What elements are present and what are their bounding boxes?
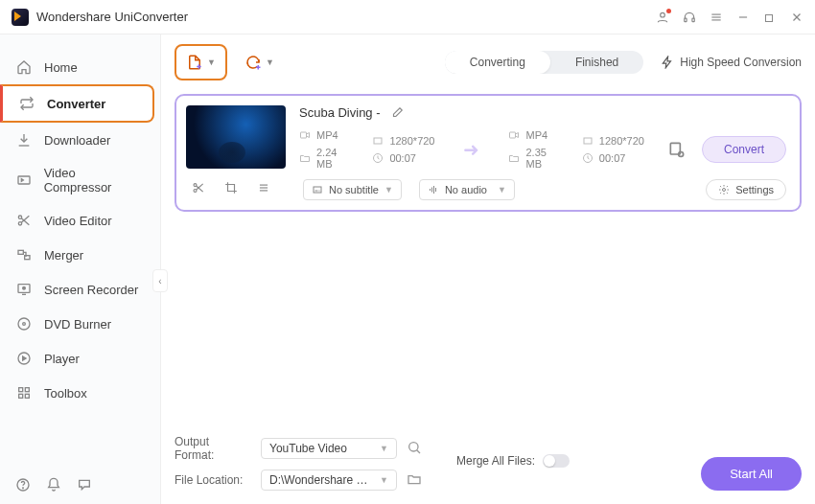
svg-point-12 — [18, 222, 21, 225]
audio-select[interactable]: No audio ▼ — [419, 179, 515, 200]
sidebar-label: Converter — [47, 97, 105, 111]
app-logo — [12, 9, 29, 26]
merger-icon — [15, 246, 33, 263]
collapse-sidebar-button[interactable]: ‹ — [152, 269, 168, 292]
sidebar-item-dvd[interactable]: DVD Burner — [0, 307, 160, 341]
svg-rect-26 — [25, 394, 29, 398]
output-format-label: Output Format: — [175, 435, 251, 462]
sidebar-label: Player — [44, 352, 80, 366]
menu-icon[interactable] — [710, 11, 723, 24]
svg-point-11 — [18, 216, 21, 218]
output-format-select[interactable]: YouTube Video▼ — [261, 438, 397, 459]
close-icon[interactable] — [790, 11, 803, 24]
hsc-label: High Speed Conversion — [680, 56, 802, 69]
svg-rect-33 — [301, 132, 307, 138]
task-title: Scuba Diving - — [299, 105, 381, 120]
sidebar-item-player[interactable]: Player — [0, 341, 160, 376]
svg-rect-1 — [685, 18, 687, 22]
merge-files-toggle[interactable] — [543, 454, 570, 468]
sidebar: Home Converter Downloader Video Compress… — [0, 34, 161, 504]
open-folder-icon[interactable] — [407, 471, 422, 490]
tab-finished[interactable]: Finished — [550, 51, 643, 74]
sidebar-item-merger[interactable]: Merger — [0, 238, 160, 272]
clock-icon — [582, 152, 594, 164]
video-thumbnail[interactable] — [186, 105, 286, 169]
svg-rect-7 — [766, 14, 773, 21]
app-title: Wondershare UniConverter — [36, 10, 656, 24]
output-settings-icon[interactable] — [667, 140, 687, 159]
recorder-icon — [15, 281, 33, 298]
sidebar-label: Merger — [44, 248, 83, 263]
chevron-down-icon: ▼ — [266, 57, 274, 67]
svg-rect-36 — [510, 132, 516, 138]
sidebar-item-editor[interactable]: Video Editor — [0, 203, 160, 238]
gear-icon — [718, 184, 730, 195]
sidebar-item-compressor[interactable]: Video Compressor — [0, 157, 160, 203]
output-preview-icon[interactable] — [407, 440, 422, 458]
help-icon[interactable] — [15, 477, 31, 496]
toolbar: ▼ ▼ Converting Finished High Speed Conve… — [175, 38, 802, 86]
crop-icon[interactable] — [224, 181, 238, 198]
src-size: 2.24 MB — [316, 147, 349, 170]
notifications-icon[interactable] — [46, 477, 61, 496]
folder-icon — [508, 152, 520, 164]
headset-icon[interactable] — [683, 11, 696, 24]
minimize-icon[interactable] — [736, 11, 750, 24]
output-format-value: YouTube Video — [269, 442, 347, 455]
sidebar-label: DVD Burner — [44, 317, 111, 332]
edit-icon[interactable] — [390, 106, 404, 120]
svg-rect-25 — [19, 394, 23, 398]
svg-point-20 — [18, 318, 30, 330]
svg-point-0 — [661, 12, 665, 17]
sidebar-label: Video Compressor — [44, 166, 145, 195]
tab-converting[interactable]: Converting — [445, 51, 550, 74]
video-icon — [508, 129, 520, 141]
subtitle-select[interactable]: No subtitle ▼ — [303, 179, 402, 200]
subtitle-icon — [312, 184, 323, 195]
feedback-icon[interactable] — [77, 477, 92, 496]
svg-point-55 — [723, 189, 726, 192]
trim-icon[interactable] — [192, 181, 205, 198]
scissors-icon — [15, 212, 33, 229]
effects-icon[interactable] — [257, 181, 270, 198]
refresh-add-icon — [244, 54, 262, 71]
src-duration: 00:07 — [389, 152, 416, 164]
high-speed-conversion[interactable]: High Speed Conversion — [661, 56, 802, 69]
sidebar-label: Downloader — [44, 133, 110, 148]
svg-rect-48 — [314, 187, 321, 193]
resolution-icon — [372, 135, 384, 147]
task-settings-button[interactable]: Settings — [706, 179, 786, 200]
merge-label: Merge All Files: — [456, 454, 535, 468]
add-file-button[interactable]: ▼ — [175, 44, 227, 80]
sidebar-label: Toolbox — [44, 386, 87, 401]
file-location-label: File Location: — [175, 473, 251, 487]
convert-button[interactable]: Convert — [702, 136, 786, 163]
svg-point-18 — [23, 286, 26, 289]
download-icon — [15, 131, 33, 149]
sidebar-item-converter[interactable]: Converter — [0, 84, 154, 123]
start-all-button[interactable]: Start All — [701, 457, 802, 491]
svg-rect-23 — [19, 388, 23, 392]
sidebar-item-toolbox[interactable]: Toolbox — [0, 376, 160, 410]
maximize-icon[interactable] — [763, 11, 777, 24]
arrow-right-icon: ➜ — [463, 138, 479, 161]
svg-rect-34 — [374, 138, 382, 144]
account-icon[interactable] — [656, 11, 669, 24]
src-resolution: 1280*720 — [389, 135, 434, 147]
lightning-icon — [661, 56, 674, 69]
sidebar-item-recorder[interactable]: Screen Recorder — [0, 272, 160, 307]
sidebar-item-downloader[interactable]: Downloader — [0, 123, 160, 157]
svg-rect-37 — [584, 138, 592, 144]
file-location-select[interactable]: D:\Wondershare UniConverter▼ — [261, 470, 397, 491]
svg-point-28 — [23, 488, 24, 489]
dst-duration: 00:07 — [599, 152, 626, 164]
src-format: MP4 — [316, 129, 338, 141]
home-icon — [15, 58, 33, 76]
add-url-button[interactable]: ▼ — [239, 46, 280, 79]
sidebar-item-home[interactable]: Home — [0, 50, 160, 84]
file-add-icon — [186, 54, 203, 71]
sidebar-label: Video Editor — [44, 214, 112, 228]
compressor-icon — [15, 172, 33, 189]
chevron-down-icon: ▼ — [384, 185, 393, 195]
play-icon — [15, 350, 33, 367]
